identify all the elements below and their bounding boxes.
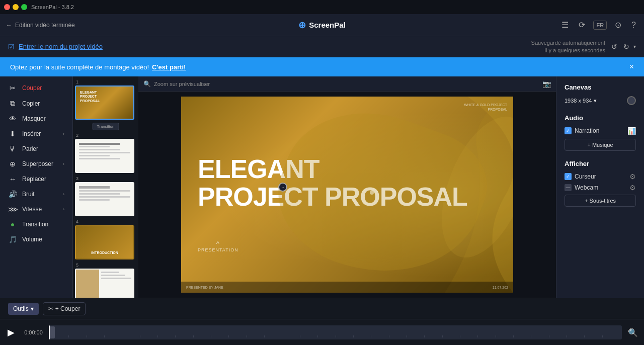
time-display: 0:00:00 xyxy=(22,329,45,335)
sidebar-item-volume[interactable]: 🎵 Volume xyxy=(0,232,72,247)
copy-icon: ⧉ xyxy=(8,99,17,108)
sidebar-item-replacer[interactable]: ↔ Replacer xyxy=(0,171,72,187)
thumbnail-1[interactable]: 1 ELEGANTPROJECTPROPOSAL xyxy=(75,78,136,120)
help-icon[interactable]: ? xyxy=(629,19,638,32)
undo-button[interactable]: ↺ xyxy=(609,41,619,53)
cut-button[interactable]: ✂ + Couper xyxy=(43,302,86,315)
undo-redo: ↺ ↻ ▾ xyxy=(609,41,636,53)
sidebar-item-couper[interactable]: ✂ Couper xyxy=(0,80,72,96)
sidebar-label-copier: Copier xyxy=(22,100,64,107)
sidebar-item-superposer[interactable]: ⊕ Superposer › xyxy=(0,156,72,171)
sidebar-label-couper: Couper xyxy=(22,84,64,92)
app-title: ScreenPal - 3.8.2 xyxy=(31,4,74,10)
webcam-minus-icon: — xyxy=(565,184,572,191)
menu-icon[interactable]: ☰ xyxy=(559,18,571,32)
thumbnail-3[interactable]: 3 xyxy=(75,175,136,216)
sidebar-item-copier[interactable]: ⧉ Copier xyxy=(0,96,72,111)
drag-handle[interactable]: ↔ xyxy=(278,183,287,192)
thumb-img-1: ELEGANTPROJECTPROPOSAL xyxy=(75,85,134,120)
thumbnail-2[interactable]: 2 xyxy=(75,132,136,173)
timeline-ticks xyxy=(49,335,622,337)
sidebar-item-masquer[interactable]: 👁 Masquer xyxy=(0,111,72,126)
afficher-section: Afficher ✓ Curseur ⚙ — Webcam ⚙ + Sous-t… xyxy=(565,160,636,207)
transition-icon: ● xyxy=(8,220,17,228)
sidebar-item-inserer[interactable]: ⬇ Insérer › xyxy=(0,126,72,141)
back-label: Edition vidéo terminée xyxy=(15,22,75,29)
history-icon[interactable]: ⟳ xyxy=(577,18,587,32)
redo-dropdown[interactable]: ▾ xyxy=(633,41,636,53)
save-status: Sauvegardé automatiquement il y a quelqu… xyxy=(531,39,605,54)
sidebar-label-transition: Transition xyxy=(22,221,64,228)
header-right: ☰ ⟳ FR ⊙ ? xyxy=(559,18,638,32)
logo-text: ScreenPal xyxy=(309,21,346,29)
thumbnail-4[interactable]: 4 INTRODUCTION xyxy=(75,218,136,260)
afficher-title: Afficher xyxy=(565,160,636,167)
canvas-aspect-toggle[interactable] xyxy=(627,96,636,105)
sidebar-label-replacer: Replacer xyxy=(22,176,64,183)
curve-decoration xyxy=(331,97,513,293)
sidebar-item-parler[interactable]: 🎙 Parler xyxy=(0,141,72,156)
narration-label: Narration xyxy=(575,127,599,134)
tools-arrow-icon: ▾ xyxy=(31,305,34,312)
title-bar: ScreenPal - 3.8.2 xyxy=(0,0,644,14)
sidebar-item-bruit[interactable]: 🔊 Bruit › xyxy=(0,187,72,202)
sidebar-item-transition[interactable]: ● Transition xyxy=(0,217,72,232)
timeline-track[interactable] xyxy=(49,325,622,339)
thumbnail-5[interactable]: 5 xyxy=(75,262,136,298)
curseur-settings-icon[interactable]: ⚙ xyxy=(629,172,636,181)
left-sidebar: ✂ Couper ⧉ Copier 👁 Masquer ⬇ Insérer › … xyxy=(0,76,73,298)
timeline-search-button[interactable]: 🔍 xyxy=(626,326,640,339)
add-music-button[interactable]: + Musique xyxy=(565,139,636,151)
thumb-img-3 xyxy=(75,182,134,216)
thumb-img-2 xyxy=(75,139,134,173)
audio-section: Audio ✓ Narration 📊 + Musique xyxy=(565,114,636,151)
canvas-title: Canevas xyxy=(565,83,636,91)
language-selector[interactable]: FR xyxy=(593,21,607,30)
eye-icon: 👁 xyxy=(8,115,17,123)
title-bar-left: ScreenPal - 3.8.2 xyxy=(4,4,74,10)
sidebar-item-vitesse[interactable]: ⋙ Vitesse › xyxy=(0,202,72,217)
dropdown-arrow-icon: ▾ xyxy=(594,98,597,104)
mic-icon: 🎙 xyxy=(8,145,17,153)
webcam-settings-icon[interactable]: ⚙ xyxy=(629,184,636,192)
minimize-button[interactable] xyxy=(13,4,19,10)
camera-icon[interactable]: 📷 xyxy=(542,80,551,88)
sound-icon: 🔊 xyxy=(8,190,17,198)
tools-button[interactable]: Outils ▾ xyxy=(8,303,39,315)
sidebar-label-inserer: Insérer xyxy=(22,130,58,137)
main-content: ✂ Couper ⧉ Copier 👁 Masquer ⬇ Insérer › … xyxy=(0,76,644,298)
header-left: ← Edition vidéo terminée xyxy=(6,22,75,29)
audio-title: Audio xyxy=(565,114,636,122)
preview-title: ELEGANT PROJECT PROPOSAL xyxy=(198,155,467,210)
logo: ⊕ ScreenPal xyxy=(298,20,346,31)
preview-background: WHITE & GOLD PROJECT PROPOSAL ELEGANT PR… xyxy=(181,97,513,293)
app-header: ← Edition vidéo terminée ⊕ ScreenPal ☰ ⟳… xyxy=(0,14,644,36)
narration-row: ✓ Narration 📊 xyxy=(565,127,636,135)
timeline-row: ▶ 0:00:00 🔍 xyxy=(0,319,644,345)
tools-label: Outils xyxy=(13,305,29,312)
zoom-label[interactable]: Zoom sur prévisualiser xyxy=(154,81,210,87)
play-button[interactable]: ▶ xyxy=(4,325,18,339)
maximize-button[interactable] xyxy=(21,4,27,10)
close-button[interactable] xyxy=(4,4,10,10)
curseur-checkbox[interactable]: ✓ Curseur xyxy=(565,173,596,180)
canvas-size-selector[interactable]: 1938 x 934 ▾ xyxy=(565,98,597,104)
redo-button[interactable]: ↻ xyxy=(621,41,631,53)
user-icon[interactable]: ⊙ xyxy=(613,18,623,32)
scissors-icon: ✂ xyxy=(8,84,17,92)
banner-close-button[interactable]: × xyxy=(629,62,634,71)
curseur-check-icon: ✓ xyxy=(565,173,572,180)
transition-badge[interactable]: Transition xyxy=(93,123,119,130)
audio-level-icon: 📊 xyxy=(627,127,636,135)
zoom-bar: 🔍 Zoom sur prévisualiser 📷 xyxy=(138,76,556,92)
add-subtitles-button[interactable]: + Sous-titres xyxy=(565,195,636,207)
back-button[interactable]: ← Edition vidéo terminée xyxy=(6,22,75,29)
curseur-row: ✓ Curseur ⚙ xyxy=(565,172,636,181)
thumb-img-4: INTRODUCTION xyxy=(75,225,134,260)
banner-link[interactable]: C'est parti! xyxy=(152,63,186,71)
project-title[interactable]: Entrer le nom du projet vidéo xyxy=(19,43,103,50)
arrow-icon-3: › xyxy=(63,192,64,197)
narration-checkbox[interactable]: ✓ Narration xyxy=(565,127,599,134)
sidebar-label-parler: Parler xyxy=(22,145,64,152)
webcam-checkbox[interactable]: — Webcam xyxy=(565,184,598,191)
